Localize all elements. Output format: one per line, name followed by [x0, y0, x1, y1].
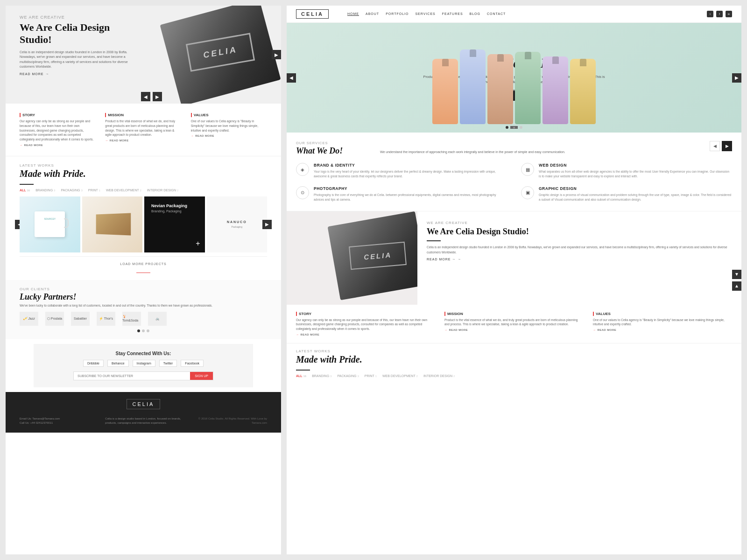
work-item-3[interactable]: Nevian Packaging Branding, Packaging + [144, 196, 205, 252]
left-hero-read-more[interactable]: READ MORE [20, 72, 141, 76]
mission-label: Mission [105, 113, 181, 117]
hero-arrow-right[interactable]: ▶ [272, 50, 281, 59]
work-plus-icon[interactable]: + [196, 239, 200, 248]
nav-services[interactable]: SERVICES [415, 12, 435, 16]
newsletter-signup-btn[interactable]: SIGN UP [190, 372, 213, 380]
work-item-2[interactable] [82, 196, 143, 252]
mission-read-more[interactable]: READ MORE [105, 139, 181, 142]
clients-logos: 🎺 Jazz ⬡ Prodata Sabattier ⚡ Thor's 🍹 To… [20, 312, 267, 326]
works-tab-branding[interactable]: BRANDING 3 [35, 189, 55, 192]
newsletter-title: Stay Connected With Us: [48, 351, 239, 356]
right-story-read-more[interactable]: READ MORE [296, 333, 435, 336]
nav-about[interactable]: ABOUT [366, 12, 379, 16]
nav-facebook-icon[interactable]: f [716, 11, 723, 17]
service-graphic-design: ▣ GRAPHIC DESIGN Graphic design is a pro… [521, 186, 732, 203]
web-desc: What separates us from all other web des… [539, 169, 732, 179]
bottle-6 [570, 59, 596, 124]
work-item-3-sub: Branding, Packaging [151, 210, 198, 213]
right-works-underline [296, 370, 310, 371]
nl-twitter[interactable]: Twitter [159, 360, 177, 367]
work-item-4[interactable]: NANUCO Packaging [207, 196, 268, 252]
right-mission-text: Product is the vital essence of what we … [444, 318, 584, 327]
slider-dots: ⊙ [506, 126, 522, 129]
brand-desc: Your logo is the very heart of your iden… [314, 169, 507, 179]
right-about-section: CELIA We Are Creative We Are Celia Desig… [287, 211, 741, 305]
right-story-col: Story Our agency can only be as strong a… [296, 312, 435, 336]
works-tab-webdev[interactable]: WEB DEVELOPMENT 2 [106, 189, 141, 192]
works-tab-all[interactable]: ALL 16 [20, 189, 30, 192]
about-stamp-right: CELIA [328, 211, 417, 300]
right-tab-interior[interactable]: INTERIOR DESIGN 2 [423, 374, 455, 378]
photo-name: PHOTOGRAPHY [314, 186, 507, 191]
clients-label: Our Clients [20, 287, 267, 291]
nav-features[interactable]: FEATURES [442, 12, 463, 16]
brand-content: BRAND & IDENTITY Your logo is the very h… [314, 163, 507, 179]
slider-dot-2[interactable] [520, 126, 522, 129]
footer-email: Tamara@Tamara.com [32, 417, 60, 420]
svc-arrow-right[interactable]: ▶ [722, 141, 732, 151]
right-mission-read-more[interactable]: READ MORE [444, 329, 584, 331]
about-img-right: CELIA [287, 211, 417, 305]
dot-2[interactable] [142, 329, 145, 332]
footer-col-copyright: © 2016 Celia Studio. All Rights Reserved… [191, 417, 267, 426]
work-item-1[interactable]: SOURCEY [20, 196, 80, 252]
nl-dribbble[interactable]: Dribbble [83, 360, 104, 367]
right-tab-webdev[interactable]: WEB DEVELOPMENT 2 [382, 374, 418, 378]
about-arrow-down[interactable]: ▼ [732, 270, 741, 279]
right-values-read-more[interactable]: READ MORE [593, 329, 732, 331]
works-tab-packaging[interactable]: PACKAGING 3 [61, 189, 82, 192]
works-tab-interior[interactable]: INTERIOR DESIGN 2 [147, 189, 179, 192]
newsletter-form: SIGN UP [73, 371, 213, 380]
hero-arrow-next[interactable]: ▶ [153, 92, 162, 101]
nav-linkedin-icon[interactable]: in [726, 11, 732, 17]
right-works-label: Latest Works [296, 349, 732, 353]
right-tab-print[interactable]: PRINT 1 [365, 374, 377, 378]
nl-instagram[interactable]: Instagram [133, 360, 155, 367]
right-story-section: Story Our agency can only be as strong a… [287, 305, 741, 343]
newsletter-section: Stay Connected With Us: Dribbble Behance… [34, 344, 253, 387]
slider-dot-1[interactable] [506, 126, 508, 129]
nl-behance[interactable]: Behance [107, 360, 129, 367]
about-arrow-up[interactable]: ▲ [732, 281, 741, 291]
svc-arrow-left[interactable]: ◀ [710, 141, 720, 151]
works-tab-print[interactable]: PRINT 1 [88, 189, 100, 192]
slider-arrow-left[interactable]: ◀ [287, 73, 296, 83]
nav-twitter-icon[interactable]: t [707, 11, 713, 17]
bottle-2 [460, 49, 486, 124]
nav-logo[interactable]: CELIA [296, 9, 329, 19]
footer-phone: +44 02412370011 [30, 421, 53, 424]
dot-1[interactable] [137, 329, 140, 332]
footer-email-label: Email Us: Tamara@Tamara.com [20, 417, 96, 421]
nav: CELIA HOME ABOUT PORTFOLIO SERVICES FEAT… [287, 6, 741, 23]
newsletter-input[interactable] [74, 372, 190, 380]
graphic-desc: Graphic design is a process of visual co… [539, 193, 732, 203]
nav-portfolio[interactable]: PORTFOLIO [386, 12, 409, 16]
nav-items: HOME ABOUT PORTFOLIO SERVICES FEATURES B… [347, 12, 698, 16]
photo-desc: Photography is the core of everything we… [314, 193, 507, 203]
right-tab-packaging[interactable]: PACKAGING 3 [337, 374, 359, 378]
footer-col-contact: Email Us: Tamara@Tamara.com Call Us: +44… [20, 417, 96, 426]
left-footer: CELIA Email Us: Tamara@Tamara.com Call U… [6, 392, 281, 433]
slider-arrow-right[interactable]: ▶ [732, 73, 741, 83]
nav-home[interactable]: HOME [347, 12, 359, 16]
right-tab-all[interactable]: ALL 16 [296, 374, 306, 378]
hero-arrow-prev[interactable]: ◀ [141, 92, 150, 101]
nav-blog[interactable]: BLOG [470, 12, 480, 16]
dot-3[interactable] [147, 329, 149, 332]
left-works-title: Made with Pride. [20, 168, 267, 179]
works-arrow-right[interactable]: ▶ [262, 220, 272, 229]
nav-contact[interactable]: CONTACT [487, 12, 506, 16]
work-item-3-title: Nevian Packaging [151, 203, 198, 208]
story-read-more[interactable]: READ MORE [20, 144, 96, 147]
load-more-btn[interactable]: LOAD MORE PROJECTS [20, 256, 267, 271]
bottle-3 [487, 54, 513, 124]
web-icon: ▦ [521, 163, 534, 176]
right-about-desc: Celia is an independent design studio fo… [427, 245, 732, 255]
bottle-1 [432, 59, 458, 124]
nl-facebook[interactable]: Facebook [181, 360, 204, 367]
right-tab-branding[interactable]: BRANDING 3 [312, 374, 331, 378]
web-content: WEB DESIGN What separates us from all ot… [539, 163, 732, 179]
right-about-read-more[interactable]: READ MORE → [427, 258, 732, 261]
values-read-more[interactable]: READ MORE [191, 134, 267, 137]
newsletter-wrapper: Stay Connected With Us: Dribbble Behance… [6, 339, 281, 392]
